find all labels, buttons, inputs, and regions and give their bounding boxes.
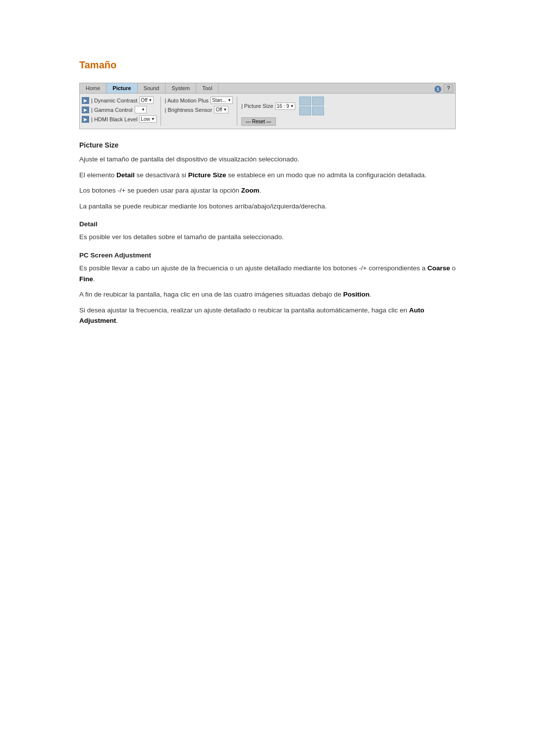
settings-panel: Home Picture Sound System Tool 1 ? ▶ | D…	[79, 83, 456, 129]
gamma-control-label: | Gamma Control	[91, 107, 133, 113]
para1: Ajuste el tamaño de pantalla del disposi…	[79, 154, 456, 165]
row-gamma-control: ▶ | Gamma Control ▼	[82, 106, 157, 113]
tab-picture[interactable]: Picture	[107, 83, 137, 93]
auto-motion-plus-label: | Auto Motion Plus	[165, 98, 209, 103]
row-auto-motion-plus: | Auto Motion Plus Stan... ▼	[165, 97, 233, 104]
tab-bar: Home Picture Sound System Tool 1 ?	[80, 83, 455, 94]
hdmi-black-level-value: Low	[141, 116, 150, 122]
hdmi-black-level-dropdown[interactable]: Low ▼	[139, 115, 156, 123]
para2-pre: El elemento	[79, 171, 116, 179]
gamma-control-dropdown[interactable]: ▼	[135, 106, 147, 113]
section1-heading: Picture Size	[79, 141, 456, 149]
brightness-sensor-label: | Brightness Sensor	[165, 107, 213, 113]
tab-sound[interactable]: Sound	[138, 83, 166, 93]
tab-system[interactable]: System	[165, 83, 196, 93]
tab-tool[interactable]: Tool	[196, 83, 218, 93]
para8-post: .	[116, 317, 118, 324]
divider-2	[237, 97, 237, 126]
row-dynamic-contrast: ▶ | Dynamic Contrast Off ▼	[82, 97, 157, 104]
pos-btn-bl[interactable]	[299, 106, 311, 115]
para7-pre: A fin de reubicar la pantalla, haga clic…	[79, 291, 343, 298]
para6-post: .	[93, 275, 95, 283]
para8-pre: Si desea ajustar la frecuencia, realizar…	[79, 306, 409, 314]
para2-bold1: Detail	[116, 171, 135, 179]
auto-motion-plus-dropdown[interactable]: Stan... ▼	[211, 97, 233, 104]
dynamic-contrast-value: Off	[141, 98, 147, 103]
divider-1	[160, 97, 161, 126]
brightness-sensor-dropdown[interactable]: Off ▼	[214, 106, 228, 113]
para3-post: .	[260, 187, 262, 194]
para7-bold: Position	[343, 291, 370, 298]
para6-bold1: Coarse	[428, 264, 450, 272]
dropdown-arrow-2: ▼	[141, 107, 145, 112]
para6-pre: Es posible llevar a cabo un ajuste de la…	[79, 264, 428, 272]
para4: La pantalla se puede reubicar mediante l…	[79, 201, 456, 212]
dropdown-arrow-5: ▼	[223, 107, 227, 112]
gamma-control-value	[136, 107, 140, 112]
para6: Es posible llevar a cabo un ajuste de la…	[79, 263, 456, 284]
picture-size-label: | Picture Size	[241, 103, 273, 109]
dropdown-arrow-1: ▼	[148, 98, 152, 102]
picture-size-value: 16 : 9	[277, 103, 289, 109]
badge: 1	[434, 86, 441, 93]
para2-post: se establece en un modo que no admita la…	[226, 171, 427, 179]
tab-home[interactable]: Home	[80, 83, 107, 93]
panel-body: ▶ | Dynamic Contrast Off ▼ ▶ | Gamma Con…	[80, 94, 455, 129]
row-picture-size: | Picture Size 16 : 9 ▼	[241, 97, 324, 115]
row-brightness-sensor: | Brightness Sensor Off ▼	[165, 106, 233, 113]
right-column: | Picture Size 16 : 9 ▼ — Reset —	[241, 97, 324, 126]
para8: Si desea ajustar la frecuencia, realizar…	[79, 305, 456, 326]
para3: Los botones -/+ se pueden usar para ajus…	[79, 185, 456, 196]
para3-pre: Los botones -/+ se pueden usar para ajus…	[79, 187, 241, 194]
dropdown-arrow-4: ▼	[227, 98, 231, 102]
para3-bold: Zoom	[241, 187, 260, 194]
pos-btn-br[interactable]	[312, 106, 324, 115]
dynamic-contrast-label: | Dynamic Contrast	[91, 98, 137, 103]
row-hdmi-black-level: ▶ | HDMI Black Level Low ▼	[82, 115, 157, 123]
dynamic-contrast-dropdown[interactable]: Off ▼	[139, 97, 154, 104]
hdmi-black-level-label: | HDMI Black Level	[91, 116, 137, 122]
pos-btn-tr[interactable]	[312, 97, 324, 105]
para2-bold2: Picture Size	[188, 171, 226, 179]
arrow-btn-1[interactable]: ▶	[82, 97, 89, 104]
reset-button[interactable]: — Reset —	[241, 117, 276, 126]
para7: A fin de reubicar la pantalla, haga clic…	[79, 289, 456, 300]
para6-bold2: Fine	[79, 275, 93, 283]
help-button[interactable]: ?	[443, 84, 453, 93]
arrow-btn-2[interactable]: ▶	[82, 106, 89, 113]
para7-post: .	[370, 291, 372, 298]
para2-mid: se desactivará si	[135, 171, 188, 179]
left-column: ▶ | Dynamic Contrast Off ▼ ▶ | Gamma Con…	[82, 97, 157, 126]
middle-column: | Auto Motion Plus Stan... ▼ | Brightnes…	[165, 97, 233, 126]
position-grid	[299, 97, 324, 115]
section3-heading: PC Screen Adjustment	[79, 252, 456, 259]
para2: El elemento Detail se desactivará si Pic…	[79, 170, 456, 181]
para6-mid: o	[450, 264, 456, 272]
auto-motion-plus-value: Stan...	[212, 98, 226, 103]
para5: Es posible ver los detalles sobre el tam…	[79, 232, 456, 243]
pos-btn-tl[interactable]	[299, 97, 311, 105]
picture-size-dropdown[interactable]: 16 : 9 ▼	[275, 102, 296, 110]
arrow-btn-3[interactable]: ▶	[82, 116, 89, 123]
brightness-sensor-value: Off	[215, 107, 222, 112]
dropdown-arrow-6: ▼	[290, 104, 294, 108]
page-title: Tamaño	[79, 59, 456, 71]
dropdown-arrow-3: ▼	[151, 117, 155, 121]
row-reset: — Reset —	[241, 117, 324, 126]
section2-heading: Detail	[79, 220, 456, 228]
